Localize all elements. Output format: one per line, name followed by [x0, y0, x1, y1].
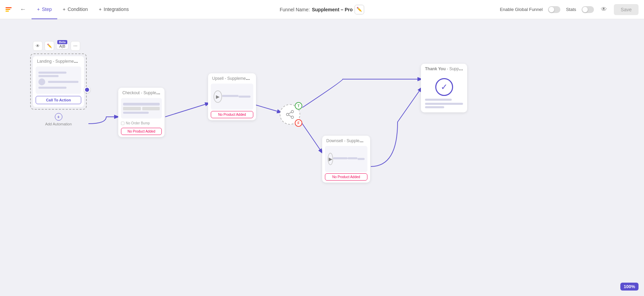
mock-bar-3 [48, 81, 78, 83]
checkout-header: Checkout - Supplement C... [118, 88, 165, 97]
svg-point-0 [291, 110, 294, 113]
mock-bar-ty-2 [425, 103, 463, 105]
upsell-subtitle: - Supplement U... [225, 76, 256, 81]
thankyou-node[interactable]: Thank You - Supplement T... ✓ [421, 64, 467, 112]
enable-global-funnel-label: Enable Global Funnel [500, 7, 543, 12]
svg-point-1 [287, 113, 289, 116]
mock-bar-ty-3 [425, 106, 444, 108]
tab-condition[interactable]: + Condition [57, 0, 93, 19]
logo-bar-1 [5, 7, 12, 8]
landing-subtitle: - Supplement La... [53, 59, 84, 64]
back-button[interactable]: ← [17, 4, 29, 14]
tab-integrations[interactable]: + Integrations [93, 0, 134, 19]
stats-label: Stats [566, 7, 576, 12]
add-automation-plus[interactable]: + [55, 113, 62, 121]
checkout-preview [121, 98, 162, 119]
thankyou-header: Thank You - Supplement T... [421, 64, 467, 73]
app-logo [5, 7, 12, 12]
landing-preview [36, 66, 81, 94]
more-options-button[interactable]: ⋯ [71, 41, 80, 51]
checkout-checkbox [121, 122, 124, 125]
checkout-field-1 [123, 107, 141, 110]
upsell-no-product-button[interactable]: No Product Added [211, 111, 253, 118]
header-right: Enable Global Funnel Stats 👁 Save [500, 4, 639, 15]
beta-badge: Beta [57, 40, 68, 44]
landing-add-automation[interactable]: + Add Automation [30, 113, 87, 126]
landing-node[interactable]: Landing - Supplement La... [30, 53, 87, 110]
tab-step[interactable]: + Step [32, 0, 57, 19]
downsell-no-product-button[interactable]: No Product Added [325, 173, 367, 181]
downsell-play-icon: ▶ [328, 153, 333, 165]
no-order-bump-label: No Order Bump [126, 121, 150, 125]
mock-bar-2 [38, 75, 59, 77]
landing-node-container: 👁 ✏️ A|B Beta ⋯ Landing - Supplement La.… [30, 53, 87, 126]
checkout-subtitle: - Supplement C... [141, 90, 165, 95]
upsell-preview: ▶ [211, 84, 253, 110]
add-automation-label: Add Automation [45, 122, 72, 126]
checkout-title: Checkout [122, 90, 140, 95]
checkout-fields [123, 107, 160, 110]
downsell-node[interactable]: Downsell - Supplement D... ▶ No Product … [322, 136, 370, 183]
tab-condition-label: Condition [68, 7, 88, 12]
tab-condition-prefix: + [63, 7, 65, 12]
enable-global-funnel-toggle[interactable] [548, 6, 560, 13]
tab-integrations-label: Integrations [104, 7, 129, 12]
tab-integrations-prefix: + [99, 7, 101, 12]
upsell-node-container: Upsell - Supplement U... ▶ No Product Ad… [208, 73, 235, 90]
checkout-order-bump-row: No Order Bump [118, 120, 165, 126]
upsell-header: Upsell - Supplement U... [208, 73, 256, 82]
downsell-title: Downsell [326, 138, 343, 143]
check-circle: ✓ [435, 78, 453, 96]
mock-bar-upsell-2 [239, 96, 251, 98]
landing-title: Landing [37, 59, 52, 64]
downsell-subtitle: - Supplement D... [344, 138, 370, 143]
thankyou-check-icon: ✓ [435, 78, 453, 96]
checkout-node-container: Checkout - Supplement C... No Order Bump… [118, 88, 145, 104]
downsell-node-container: Downsell - Supplement D... ▶ No Product … [322, 136, 349, 152]
mock-bar-ty-1 [425, 99, 452, 101]
mock-bar-checkout-2 [123, 112, 149, 114]
edit-node-button[interactable]: ✏️ [45, 41, 54, 51]
call-to-action-button[interactable]: Call To Action [36, 96, 81, 104]
logo-bar-3 [5, 11, 9, 12]
landing-connector-dot [84, 87, 90, 93]
checkout-no-product-button[interactable]: No Product Added [121, 128, 162, 135]
funnel-name-label: Funnel Name: [280, 7, 310, 12]
svg-line-4 [289, 112, 291, 114]
upsell-node[interactable]: Upsell - Supplement U... ▶ No Product Ad… [208, 73, 256, 120]
landing-inner: Landing - Supplement La... [33, 56, 84, 107]
thankyou-subtitle: - Supplement T... [447, 66, 467, 71]
checkout-node[interactable]: Checkout - Supplement C... No Order Bump… [118, 88, 165, 137]
svg-point-2 [291, 116, 294, 119]
condition-true-badge: T [295, 102, 302, 110]
downsell-header: Downsell - Supplement D... [322, 136, 370, 145]
logo-bar-2 [5, 9, 10, 10]
header: ← + Step + Condition + Integrations Funn… [0, 0, 644, 19]
landing-header: Landing - Supplement La... [33, 56, 84, 65]
condition-node-container[interactable]: T F [280, 104, 300, 125]
thankyou-title: Thank You [425, 66, 446, 71]
mock-bar-1 [38, 72, 66, 74]
funnel-name-value: Supplement – Pro [312, 7, 353, 12]
mock-circle [38, 78, 45, 85]
landing-toolbar: 👁 ✏️ A|B Beta ⋯ [33, 41, 80, 51]
edit-funnel-name-button[interactable]: ✏️ [355, 5, 364, 14]
condition-icon [285, 110, 295, 119]
mock-bar-ds-3 [357, 158, 365, 160]
nav-tabs: + Step + Condition + Integrations [32, 0, 134, 19]
toggle-knob [549, 7, 554, 12]
stats-toggle[interactable] [582, 6, 594, 13]
downsell-preview: ▶ [325, 146, 367, 172]
mock-bar-upsell-1 [222, 95, 239, 97]
tab-step-label: Step [42, 7, 52, 12]
preview-button[interactable]: 👁 [599, 4, 608, 14]
upsell-title: Upsell [212, 76, 223, 81]
mock-bar-ds-1 [333, 157, 348, 159]
zoom-badge: 100% [620, 283, 639, 291]
funnel-name-section: Funnel Name: Supplement – Pro ✏️ [280, 5, 364, 14]
save-button[interactable]: Save [614, 4, 639, 15]
condition-circle: T F [280, 104, 300, 125]
preview-node-button[interactable]: 👁 [33, 41, 42, 51]
condition-false-badge: F [295, 119, 302, 127]
funnel-canvas: 👁 ✏️ A|B Beta ⋯ Landing - Supplement La.… [0, 19, 644, 296]
